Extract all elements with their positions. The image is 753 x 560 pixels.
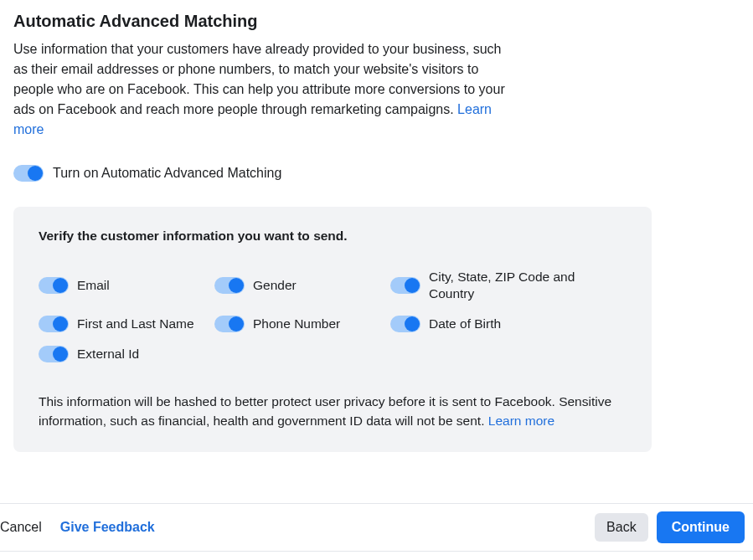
privacy-note: This information will be hashed to bette… bbox=[39, 392, 625, 431]
toggle-item-dob: Date of Birth bbox=[390, 316, 583, 332]
toggle-knob bbox=[405, 316, 420, 331]
verify-box: Verify the customer information you want… bbox=[13, 207, 652, 452]
email-label: Email bbox=[77, 277, 110, 294]
footer-right: Back Continue bbox=[595, 511, 745, 543]
name-toggle[interactable] bbox=[39, 316, 69, 332]
location-toggle[interactable] bbox=[390, 277, 420, 294]
gender-label: Gender bbox=[253, 277, 297, 294]
description-text: Use information that your customers have… bbox=[13, 42, 505, 116]
privacy-learn-more-link[interactable]: Learn more bbox=[488, 414, 554, 428]
location-label: City, State, ZIP Code and Country bbox=[429, 269, 583, 302]
toggle-knob bbox=[405, 278, 420, 293]
dob-toggle[interactable] bbox=[390, 316, 420, 332]
toggle-knob bbox=[229, 278, 244, 293]
page-description: Use information that your customers have… bbox=[13, 39, 508, 140]
toggle-knob bbox=[53, 278, 68, 293]
external-id-toggle[interactable] bbox=[39, 346, 69, 362]
toggle-item-gender: Gender bbox=[214, 269, 390, 302]
toggle-grid: Email Gender City, State, ZIP Code and C… bbox=[39, 269, 627, 363]
footer: Cancel Give Feedback Back Continue bbox=[0, 503, 753, 552]
verify-title: Verify the customer information you want… bbox=[39, 229, 627, 244]
phone-label: Phone Number bbox=[253, 316, 340, 332]
toggle-item-phone: Phone Number bbox=[214, 316, 390, 332]
name-label: First and Last Name bbox=[77, 316, 194, 332]
gender-toggle[interactable] bbox=[214, 277, 245, 294]
main-toggle[interactable] bbox=[13, 165, 44, 182]
page-title: Automatic Advanced Matching bbox=[13, 12, 740, 31]
toggle-knob bbox=[28, 166, 43, 181]
give-feedback-button[interactable]: Give Feedback bbox=[60, 520, 155, 535]
phone-toggle[interactable] bbox=[214, 316, 245, 332]
main-toggle-row: Turn on Automatic Advanced Matching bbox=[13, 165, 740, 182]
toggle-item-location: City, State, ZIP Code and Country bbox=[390, 269, 583, 302]
email-toggle[interactable] bbox=[39, 277, 69, 294]
continue-button[interactable]: Continue bbox=[657, 511, 745, 543]
back-button[interactable]: Back bbox=[595, 513, 648, 542]
toggle-item-email: Email bbox=[39, 269, 214, 302]
footer-left: Cancel Give Feedback bbox=[0, 520, 155, 535]
toggle-knob bbox=[53, 347, 68, 362]
toggle-item-name: First and Last Name bbox=[39, 316, 214, 332]
toggle-knob bbox=[229, 316, 244, 331]
main-toggle-label: Turn on Automatic Advanced Matching bbox=[53, 166, 281, 181]
external-id-label: External Id bbox=[77, 346, 139, 362]
toggle-knob bbox=[53, 316, 68, 331]
toggle-item-external-id: External Id bbox=[39, 346, 214, 362]
dob-label: Date of Birth bbox=[429, 316, 501, 332]
cancel-button[interactable]: Cancel bbox=[0, 520, 42, 535]
